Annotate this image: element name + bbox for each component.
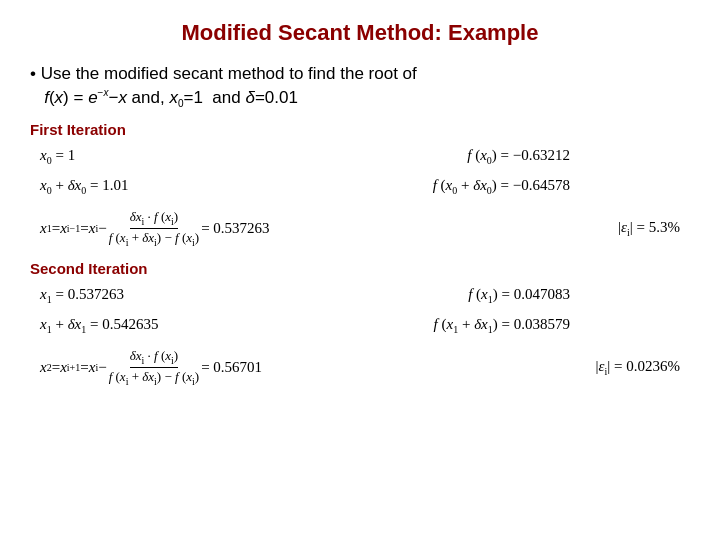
bullet-equation: f(x) = e−x−x and, x0=1 and δ=0.01 [39,88,297,107]
first-iter-row1: x0 = 1 f (x0) = −0.63212 [30,142,690,170]
first-iter-row3-right: |εi| = 5.3% [618,219,680,238]
first-iter-row1-right: f (x0) = −0.63212 [467,147,570,166]
first-iter-row2-left: x0 + δx0 = 1.01 [40,177,129,196]
second-iter-row2: x1 + δx1 = 0.542635 f (x1 + δx1) = 0.038… [30,311,690,339]
first-iter-row1-left: x0 = 1 [40,147,75,166]
second-iter-row1: x1 = 0.537263 f (x1) = 0.047083 [30,281,690,309]
first-iter-row3: x1 = xi−1 = xi − δxi · f (xi) f (xi + δx… [30,202,690,254]
first-iter-row2-right: f (x0 + δx0) = −0.64578 [433,177,570,196]
second-iter-row1-left: x1 = 0.537263 [40,286,124,305]
second-iter-row3-left: x2 = xi+1 = xi − δxi · f (xi) f (xi + δx… [40,348,262,386]
page: Modified Secant Method: Example • Use th… [0,0,720,540]
second-iter-row1-right: f (x1) = 0.047083 [468,286,570,305]
first-iteration-label: First Iteration [30,121,690,138]
problem-statement: • Use the modified secant method to find… [30,62,690,111]
second-iter-row3-right: |εi| = 0.0236% [596,358,680,377]
first-iter-row3-left: x1 = xi−1 = xi − δxi · f (xi) f (xi + δx… [40,209,270,247]
second-iter-row2-left: x1 + δx1 = 0.542635 [40,316,159,335]
second-iter-row2-right: f (x1 + δx1) = 0.038579 [434,316,570,335]
second-iteration-label: Second Iteration [30,260,690,277]
page-title: Modified Secant Method: Example [30,20,690,46]
first-iter-row2: x0 + δx0 = 1.01 f (x0 + δx0) = −0.64578 [30,172,690,200]
second-iter-row3: x2 = xi+1 = xi − δxi · f (xi) f (xi + δx… [30,341,690,393]
bullet-text: Use the modified secant method to find t… [41,64,417,83]
